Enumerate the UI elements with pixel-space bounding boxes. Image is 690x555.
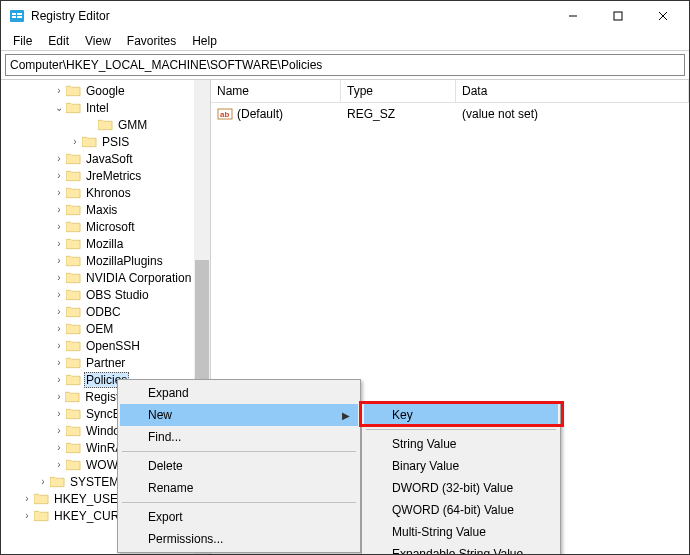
- chevron-right-icon[interactable]: ›: [53, 323, 65, 334]
- chevron-right-icon[interactable]: ›: [53, 425, 65, 436]
- folder-icon: [65, 390, 81, 404]
- chevron-down-icon[interactable]: ⌄: [53, 102, 65, 113]
- folder-icon: [65, 441, 81, 455]
- folder-icon: [65, 186, 81, 200]
- chevron-right-icon[interactable]: ›: [53, 442, 65, 453]
- chevron-right-icon[interactable]: ›: [53, 255, 65, 266]
- close-button[interactable]: [640, 2, 685, 30]
- tree-item-label: GMM: [116, 118, 149, 132]
- folder-icon: [33, 509, 49, 523]
- tree-item[interactable]: ›JavaSoft: [1, 150, 210, 167]
- chevron-right-icon[interactable]: ›: [53, 204, 65, 215]
- app-icon: [9, 8, 25, 24]
- tree-item[interactable]: ›Mozilla: [1, 235, 210, 252]
- tree-item[interactable]: ›Microsoft: [1, 218, 210, 235]
- menu-item-dword-bit-value[interactable]: DWORD (32-bit) Value: [364, 477, 558, 499]
- chevron-right-icon[interactable]: ›: [53, 340, 65, 351]
- tree-item[interactable]: ›OEM: [1, 320, 210, 337]
- chevron-right-icon[interactable]: ›: [37, 476, 49, 487]
- address-bar[interactable]: Computer\HKEY_LOCAL_MACHINE\SOFTWARE\Pol…: [5, 54, 685, 76]
- chevron-right-icon[interactable]: ›: [53, 272, 65, 283]
- tree-item-label: OBS Studio: [84, 288, 151, 302]
- chevron-right-icon[interactable]: ›: [53, 459, 65, 470]
- chevron-right-icon[interactable]: ›: [53, 221, 65, 232]
- menu-item-delete[interactable]: Delete: [120, 455, 358, 477]
- folder-icon: [65, 271, 81, 285]
- chevron-right-icon[interactable]: ›: [53, 170, 65, 181]
- folder-icon: [65, 407, 81, 421]
- tree-item[interactable]: ›OBS Studio: [1, 286, 210, 303]
- menu-item-export[interactable]: Export: [120, 506, 358, 528]
- chevron-right-icon[interactable]: ›: [21, 493, 33, 504]
- menu-item-expand[interactable]: Expand: [120, 382, 358, 404]
- menu-separator: [366, 429, 556, 430]
- svg-rect-4: [17, 16, 22, 18]
- chevron-right-icon[interactable]: ›: [53, 374, 65, 385]
- maximize-button[interactable]: [595, 2, 640, 30]
- registry-editor-window: Registry Editor File Edit View Favorites…: [0, 0, 690, 555]
- folder-icon: [65, 84, 81, 98]
- tree-item[interactable]: ›Google: [1, 82, 210, 99]
- chevron-right-icon[interactable]: ›: [53, 187, 65, 198]
- folder-icon: [65, 305, 81, 319]
- svg-text:ab: ab: [220, 110, 229, 119]
- tree-item[interactable]: ›NVIDIA Corporation: [1, 269, 210, 286]
- list-header: Name Type Data: [211, 80, 689, 103]
- chevron-right-icon[interactable]: ›: [53, 306, 65, 317]
- folder-icon: [33, 492, 49, 506]
- chevron-right-icon[interactable]: ›: [53, 289, 65, 300]
- tree-item[interactable]: ›Partner: [1, 354, 210, 371]
- menu-item-expandable-string-value[interactable]: Expandable String Value: [364, 543, 558, 555]
- tree-item[interactable]: ›OpenSSH: [1, 337, 210, 354]
- value-type: REG_SZ: [341, 103, 456, 125]
- menu-item-permissions-[interactable]: Permissions...: [120, 528, 358, 550]
- menu-item-key[interactable]: Key: [364, 404, 558, 426]
- chevron-right-icon[interactable]: ›: [53, 408, 65, 419]
- chevron-right-icon[interactable]: ›: [53, 85, 65, 96]
- folder-icon: [65, 220, 81, 234]
- menu-favorites[interactable]: Favorites: [119, 32, 184, 50]
- tree-item[interactable]: ›GMM: [1, 116, 210, 133]
- tree-item[interactable]: ⌄Intel: [1, 99, 210, 116]
- svg-rect-2: [12, 16, 16, 18]
- submenu-arrow-icon: ▶: [342, 410, 350, 421]
- tree-item-label: Partner: [84, 356, 127, 370]
- chevron-right-icon[interactable]: ›: [53, 391, 65, 402]
- menu-help[interactable]: Help: [184, 32, 225, 50]
- chevron-right-icon[interactable]: ›: [53, 357, 65, 368]
- menu-file[interactable]: File: [5, 32, 40, 50]
- chevron-right-icon[interactable]: ›: [69, 136, 81, 147]
- folder-icon: [65, 169, 81, 183]
- list-row[interactable]: ab (Default) REG_SZ (value not set): [211, 103, 689, 125]
- col-data[interactable]: Data: [456, 80, 689, 102]
- folder-icon: [65, 373, 81, 387]
- tree-item[interactable]: ›PSIS: [1, 133, 210, 150]
- menu-item-string-value[interactable]: String Value: [364, 433, 558, 455]
- menu-item-qword-bit-value[interactable]: QWORD (64-bit) Value: [364, 499, 558, 521]
- tree-item-label: Mozilla: [84, 237, 125, 251]
- chevron-right-icon[interactable]: ›: [21, 510, 33, 521]
- menu-edit[interactable]: Edit: [40, 32, 77, 50]
- menu-item-new[interactable]: New▶: [120, 404, 358, 426]
- chevron-right-icon[interactable]: ›: [53, 153, 65, 164]
- minimize-button[interactable]: [550, 2, 595, 30]
- address-text: Computer\HKEY_LOCAL_MACHINE\SOFTWARE\Pol…: [10, 58, 322, 72]
- tree-item[interactable]: ›JreMetrics: [1, 167, 210, 184]
- tree-item[interactable]: ›MozillaPlugins: [1, 252, 210, 269]
- menu-item-rename[interactable]: Rename: [120, 477, 358, 499]
- tree-item[interactable]: ›ODBC: [1, 303, 210, 320]
- folder-icon: [65, 458, 81, 472]
- window-controls: [550, 2, 685, 30]
- menu-item-multi-string-value[interactable]: Multi-String Value: [364, 521, 558, 543]
- tree-item[interactable]: ›Maxis: [1, 201, 210, 218]
- tree-item-label: OpenSSH: [84, 339, 142, 353]
- col-name[interactable]: Name: [211, 80, 341, 102]
- chevron-right-icon[interactable]: ›: [53, 238, 65, 249]
- menu-view[interactable]: View: [77, 32, 119, 50]
- folder-icon: [65, 203, 81, 217]
- svg-rect-3: [17, 13, 22, 15]
- menu-item-find-[interactable]: Find...: [120, 426, 358, 448]
- tree-item[interactable]: ›Khronos: [1, 184, 210, 201]
- menu-item-binary-value[interactable]: Binary Value: [364, 455, 558, 477]
- col-type[interactable]: Type: [341, 80, 456, 102]
